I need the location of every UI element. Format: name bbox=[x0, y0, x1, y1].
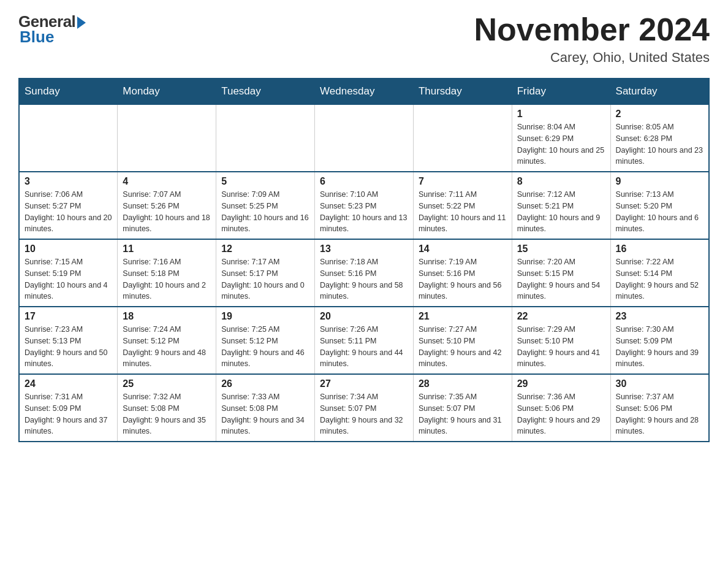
day-info: Sunrise: 7:09 AMSunset: 5:25 PMDaylight:… bbox=[221, 189, 309, 235]
calendar-cell: 1Sunrise: 8:04 AMSunset: 6:29 PMDaylight… bbox=[512, 104, 610, 172]
weekday-header-row: SundayMondayTuesdayWednesdayThursdayFrid… bbox=[19, 79, 709, 104]
day-info: Sunrise: 7:33 AMSunset: 5:08 PMDaylight:… bbox=[221, 391, 309, 437]
title-section: November 2024 Carey, Ohio, United States bbox=[474, 12, 710, 66]
calendar-cell bbox=[413, 104, 512, 172]
day-number: 24 bbox=[25, 378, 112, 389]
calendar-cell: 4Sunrise: 7:07 AMSunset: 5:26 PMDaylight… bbox=[118, 172, 216, 239]
calendar-cell: 21Sunrise: 7:27 AMSunset: 5:10 PMDayligh… bbox=[413, 307, 512, 374]
day-number: 30 bbox=[616, 378, 703, 389]
calendar-cell: 19Sunrise: 7:25 AMSunset: 5:12 PMDayligh… bbox=[216, 307, 315, 374]
day-info: Sunrise: 7:35 AMSunset: 5:07 PMDaylight:… bbox=[419, 391, 507, 437]
day-info: Sunrise: 7:26 AMSunset: 5:11 PMDaylight:… bbox=[320, 324, 408, 370]
calendar-cell: 18Sunrise: 7:24 AMSunset: 5:12 PMDayligh… bbox=[118, 307, 216, 374]
day-info: Sunrise: 7:15 AMSunset: 5:19 PMDaylight:… bbox=[25, 256, 112, 302]
calendar-cell: 7Sunrise: 7:11 AMSunset: 5:22 PMDaylight… bbox=[413, 172, 512, 239]
location-text: Carey, Ohio, United States bbox=[474, 50, 710, 66]
calendar-cell bbox=[315, 104, 414, 172]
day-number: 2 bbox=[616, 109, 703, 120]
calendar-cell: 3Sunrise: 7:06 AMSunset: 5:27 PMDaylight… bbox=[19, 172, 118, 239]
day-number: 19 bbox=[221, 311, 309, 322]
day-number: 1 bbox=[517, 109, 605, 120]
calendar-cell: 13Sunrise: 7:18 AMSunset: 5:16 PMDayligh… bbox=[315, 239, 414, 307]
day-info: Sunrise: 7:16 AMSunset: 5:18 PMDaylight:… bbox=[123, 256, 211, 302]
day-info: Sunrise: 7:06 AMSunset: 5:27 PMDaylight:… bbox=[25, 189, 112, 235]
day-number: 22 bbox=[517, 311, 605, 322]
day-info: Sunrise: 7:36 AMSunset: 5:06 PMDaylight:… bbox=[517, 391, 605, 437]
calendar-cell: 30Sunrise: 7:37 AMSunset: 5:06 PMDayligh… bbox=[610, 374, 709, 442]
day-number: 5 bbox=[221, 176, 309, 187]
day-info: Sunrise: 7:29 AMSunset: 5:10 PMDaylight:… bbox=[517, 324, 605, 370]
day-number: 11 bbox=[123, 243, 211, 255]
day-info: Sunrise: 7:24 AMSunset: 5:12 PMDaylight:… bbox=[123, 324, 211, 370]
calendar-table: SundayMondayTuesdayWednesdayThursdayFrid… bbox=[18, 78, 710, 442]
day-number: 29 bbox=[517, 378, 605, 389]
calendar-cell bbox=[118, 104, 216, 172]
calendar-cell: 22Sunrise: 7:29 AMSunset: 5:10 PMDayligh… bbox=[512, 307, 610, 374]
calendar-cell: 5Sunrise: 7:09 AMSunset: 5:25 PMDaylight… bbox=[216, 172, 315, 239]
day-number: 4 bbox=[123, 176, 211, 187]
month-title: November 2024 bbox=[474, 12, 710, 47]
logo-blue-text: Blue bbox=[20, 28, 54, 47]
calendar-cell: 27Sunrise: 7:34 AMSunset: 5:07 PMDayligh… bbox=[315, 374, 414, 442]
calendar-cell: 8Sunrise: 7:12 AMSunset: 5:21 PMDaylight… bbox=[512, 172, 610, 239]
weekday-header-sunday: Sunday bbox=[19, 79, 118, 104]
day-number: 10 bbox=[25, 243, 112, 255]
logo: General Blue bbox=[18, 12, 86, 47]
day-info: Sunrise: 7:11 AMSunset: 5:22 PMDaylight:… bbox=[419, 189, 507, 235]
weekday-header-thursday: Thursday bbox=[413, 79, 512, 104]
day-number: 12 bbox=[221, 243, 309, 255]
day-info: Sunrise: 7:13 AMSunset: 5:20 PMDaylight:… bbox=[616, 189, 703, 235]
calendar-cell: 28Sunrise: 7:35 AMSunset: 5:07 PMDayligh… bbox=[413, 374, 512, 442]
calendar-cell: 25Sunrise: 7:32 AMSunset: 5:08 PMDayligh… bbox=[118, 374, 216, 442]
calendar-cell: 17Sunrise: 7:23 AMSunset: 5:13 PMDayligh… bbox=[19, 307, 118, 374]
calendar-cell: 15Sunrise: 7:20 AMSunset: 5:15 PMDayligh… bbox=[512, 239, 610, 307]
calendar-cell: 2Sunrise: 8:05 AMSunset: 6:28 PMDaylight… bbox=[610, 104, 709, 172]
day-number: 7 bbox=[419, 176, 507, 187]
calendar-cell: 23Sunrise: 7:30 AMSunset: 5:09 PMDayligh… bbox=[610, 307, 709, 374]
weekday-header-saturday: Saturday bbox=[610, 79, 709, 104]
calendar-cell: 16Sunrise: 7:22 AMSunset: 5:14 PMDayligh… bbox=[610, 239, 709, 307]
day-info: Sunrise: 8:04 AMSunset: 6:29 PMDaylight:… bbox=[517, 121, 605, 167]
day-number: 25 bbox=[123, 378, 211, 389]
day-info: Sunrise: 7:27 AMSunset: 5:10 PMDaylight:… bbox=[419, 324, 507, 370]
calendar-cell bbox=[19, 104, 118, 172]
day-number: 13 bbox=[320, 243, 408, 255]
calendar-cell: 14Sunrise: 7:19 AMSunset: 5:16 PMDayligh… bbox=[413, 239, 512, 307]
calendar-cell: 29Sunrise: 7:36 AMSunset: 5:06 PMDayligh… bbox=[512, 374, 610, 442]
calendar-cell: 24Sunrise: 7:31 AMSunset: 5:09 PMDayligh… bbox=[19, 374, 118, 442]
calendar-cell: 9Sunrise: 7:13 AMSunset: 5:20 PMDaylight… bbox=[610, 172, 709, 239]
weekday-header-wednesday: Wednesday bbox=[315, 79, 414, 104]
calendar-cell bbox=[216, 104, 315, 172]
day-info: Sunrise: 7:25 AMSunset: 5:12 PMDaylight:… bbox=[221, 324, 309, 370]
day-number: 18 bbox=[123, 311, 211, 322]
day-number: 23 bbox=[616, 311, 703, 322]
calendar-week-row: 3Sunrise: 7:06 AMSunset: 5:27 PMDaylight… bbox=[19, 172, 709, 239]
day-info: Sunrise: 7:32 AMSunset: 5:08 PMDaylight:… bbox=[123, 391, 211, 437]
day-info: Sunrise: 7:30 AMSunset: 5:09 PMDaylight:… bbox=[616, 324, 703, 370]
day-number: 26 bbox=[221, 378, 309, 389]
day-number: 9 bbox=[616, 176, 703, 187]
day-info: Sunrise: 7:19 AMSunset: 5:16 PMDaylight:… bbox=[419, 256, 507, 302]
day-number: 17 bbox=[25, 311, 112, 322]
day-number: 21 bbox=[419, 311, 507, 322]
day-info: Sunrise: 7:20 AMSunset: 5:15 PMDaylight:… bbox=[517, 256, 605, 302]
day-info: Sunrise: 7:10 AMSunset: 5:23 PMDaylight:… bbox=[320, 189, 408, 235]
weekday-header-monday: Monday bbox=[118, 79, 216, 104]
day-number: 27 bbox=[320, 378, 408, 389]
calendar-cell: 6Sunrise: 7:10 AMSunset: 5:23 PMDaylight… bbox=[315, 172, 414, 239]
day-number: 28 bbox=[419, 378, 507, 389]
day-info: Sunrise: 7:34 AMSunset: 5:07 PMDaylight:… bbox=[320, 391, 408, 437]
day-info: Sunrise: 7:12 AMSunset: 5:21 PMDaylight:… bbox=[517, 189, 605, 235]
page-header: General Blue November 2024 Carey, Ohio, … bbox=[18, 12, 710, 66]
day-number: 6 bbox=[320, 176, 408, 187]
day-number: 16 bbox=[616, 243, 703, 255]
day-info: Sunrise: 7:07 AMSunset: 5:26 PMDaylight:… bbox=[123, 189, 211, 235]
day-number: 8 bbox=[517, 176, 605, 187]
calendar-cell: 10Sunrise: 7:15 AMSunset: 5:19 PMDayligh… bbox=[19, 239, 118, 307]
weekday-header-tuesday: Tuesday bbox=[216, 79, 315, 104]
calendar-week-row: 1Sunrise: 8:04 AMSunset: 6:29 PMDaylight… bbox=[19, 104, 709, 172]
calendar-week-row: 24Sunrise: 7:31 AMSunset: 5:09 PMDayligh… bbox=[19, 374, 709, 442]
day-info: Sunrise: 7:37 AMSunset: 5:06 PMDaylight:… bbox=[616, 391, 703, 437]
day-number: 14 bbox=[419, 243, 507, 255]
weekday-header-friday: Friday bbox=[512, 79, 610, 104]
